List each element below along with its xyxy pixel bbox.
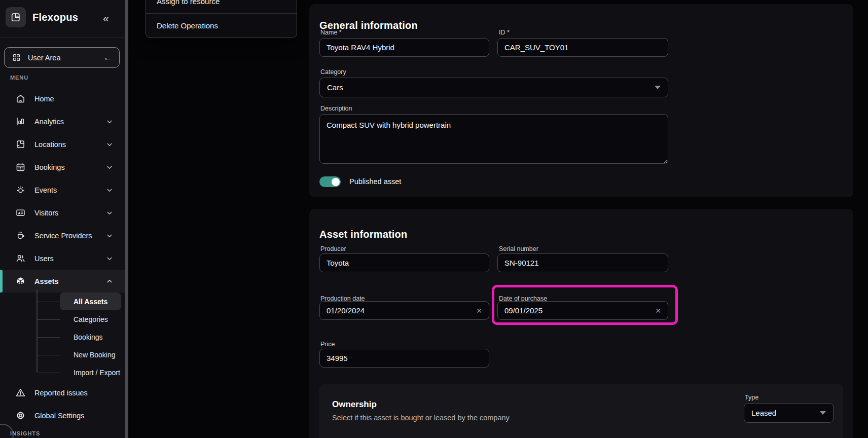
price-label: Price <box>320 341 335 348</box>
sidebar-item-label: Events <box>34 186 57 194</box>
description-label: Description <box>320 105 352 112</box>
insights-section-label: INSIGHTS <box>10 430 40 436</box>
serial-number-label: Serial number <box>499 245 538 252</box>
sidebar-item-home[interactable]: Home <box>0 87 125 110</box>
chevron-up-icon <box>105 277 114 285</box>
chevron-down-icon <box>105 163 114 171</box>
id-label: ID * <box>499 29 510 36</box>
sidebar-item-label: Locations <box>34 140 66 149</box>
sidebar: Flexopus « User Area ← MENU Home <box>0 0 128 438</box>
flexopus-logo-icon <box>6 7 26 27</box>
ownership-panel: Ownership Select if this asset is bought… <box>319 384 843 438</box>
producer-label: Producer <box>320 245 346 252</box>
name-field[interactable] <box>319 38 489 57</box>
home-icon <box>15 93 26 104</box>
user-area-button[interactable]: User Area ← <box>4 47 120 68</box>
submenu-item-new-booking[interactable]: New Booking <box>60 346 121 363</box>
divider <box>0 38 125 38</box>
brand-header: Flexopus <box>6 7 78 27</box>
dropdown-arrow-icon <box>655 86 661 89</box>
sidebar-item-locations[interactable]: Locations <box>0 133 125 156</box>
sidebar-footer-nav: Reported issues Global Settings <box>0 381 125 427</box>
gear-icon <box>15 410 26 421</box>
context-menu: Assign to resource Delete Operations <box>146 0 297 38</box>
ownership-type-label: Type <box>745 394 758 401</box>
chevron-down-icon <box>105 232 114 240</box>
collapse-sidebar-icon[interactable]: « <box>103 12 109 24</box>
submenu-item-categories[interactable]: Categories <box>60 310 121 328</box>
submenu-item-label: Categories <box>74 315 108 323</box>
back-arrow-icon: ← <box>103 53 112 63</box>
submenu-item-bookings[interactable]: Bookings <box>60 328 121 346</box>
chevron-down-icon <box>105 140 114 149</box>
chevron-down-icon <box>105 209 114 217</box>
serial-number-field[interactable] <box>497 253 668 272</box>
brand-name: Flexopus <box>32 12 78 23</box>
sidebar-scrollbar[interactable] <box>125 0 128 438</box>
card-title: Asset information <box>319 229 407 240</box>
menu-section-label: MENU <box>10 75 28 81</box>
ownership-subtitle: Select if this asset is bought or leased… <box>332 414 510 422</box>
menu-item-delete-operations[interactable]: Delete Operations <box>146 13 297 38</box>
production-date-field[interactable]: ✕ <box>319 301 489 320</box>
sidebar-item-events[interactable]: Events <box>0 178 125 201</box>
sidebar-item-assets[interactable]: Assets <box>0 270 125 293</box>
users-icon <box>15 253 26 264</box>
sidebar-nav: Home Analytics Locations <box>0 87 125 293</box>
purchase-date-field[interactable]: ✕ <box>497 301 668 320</box>
submenu-item-label: New Booking <box>74 351 116 359</box>
sidebar-item-label: Reported issues <box>34 389 88 397</box>
menu-item-assign-to-resource[interactable]: Assign to resource <box>146 0 297 13</box>
app-window: Flexopus « User Area ← MENU Home <box>0 0 868 438</box>
ownership-type-select[interactable]: Leased <box>744 403 834 423</box>
sidebar-item-label: Bookings <box>34 163 65 171</box>
sidebar-item-label: Assets <box>34 277 59 285</box>
grid-icon <box>12 53 21 62</box>
sidebar-item-service-providers[interactable]: Service Providers <box>0 224 125 247</box>
sidebar-item-users[interactable]: Users <box>0 247 125 270</box>
general-information-card: General information Name * ID * Category… <box>309 4 853 197</box>
sidebar-item-global-settings[interactable]: Global Settings <box>0 404 125 427</box>
ownership-type-value: Leased <box>751 409 776 417</box>
events-icon <box>15 185 26 195</box>
category-value: Cars <box>327 83 343 92</box>
analytics-icon <box>15 116 26 127</box>
sidebar-item-label: Global Settings <box>34 412 84 420</box>
assets-submenu: All Assets Categories Bookings New Booki… <box>0 293 125 381</box>
sidebar-item-label: Home <box>34 95 54 103</box>
svg-text:A: A <box>18 211 20 215</box>
chevron-down-icon <box>105 118 114 126</box>
chevron-down-icon <box>105 254 114 263</box>
ownership-title: Ownership <box>332 399 377 410</box>
submenu-item-all-assets[interactable]: All Assets <box>60 293 121 310</box>
cube-icon <box>15 276 26 286</box>
clear-icon[interactable]: ✕ <box>655 307 661 315</box>
warning-triangle-icon <box>15 387 26 398</box>
floorplan-icon <box>15 139 26 150</box>
description-field[interactable]: Compact SUV with hybrid powertrain <box>319 114 668 164</box>
sidebar-item-visitors[interactable]: A Visitors <box>0 201 125 224</box>
producer-field[interactable] <box>319 253 489 272</box>
sidebar-item-analytics[interactable]: Analytics <box>0 110 125 133</box>
submenu-item-import-export[interactable]: Import / Export <box>60 363 121 381</box>
dropdown-arrow-icon <box>820 411 826 415</box>
sidebar-item-reported-issues[interactable]: Reported issues <box>0 381 125 404</box>
user-area-label: User Area <box>28 54 60 62</box>
clear-icon[interactable]: ✕ <box>476 307 482 315</box>
sidebar-item-label: Visitors <box>34 209 58 217</box>
sidebar-item-label: Service Providers <box>34 232 92 240</box>
sidebar-item-label: Analytics <box>34 118 64 126</box>
toggle-knob <box>332 178 340 186</box>
price-field[interactable] <box>319 349 489 368</box>
production-date-input[interactable] <box>327 306 472 315</box>
submenu-item-label: Bookings <box>74 333 103 341</box>
submenu-item-label: All Assets <box>74 298 107 306</box>
coffee-cup-icon <box>15 230 26 241</box>
category-select[interactable]: Cars <box>319 78 668 97</box>
id-field[interactable] <box>497 38 668 57</box>
purchase-date-input[interactable] <box>504 306 651 315</box>
category-label: Category <box>320 68 346 76</box>
published-asset-toggle[interactable] <box>319 176 341 187</box>
id-badge-icon: A <box>15 207 26 218</box>
sidebar-item-bookings[interactable]: Bookings <box>0 156 125 178</box>
